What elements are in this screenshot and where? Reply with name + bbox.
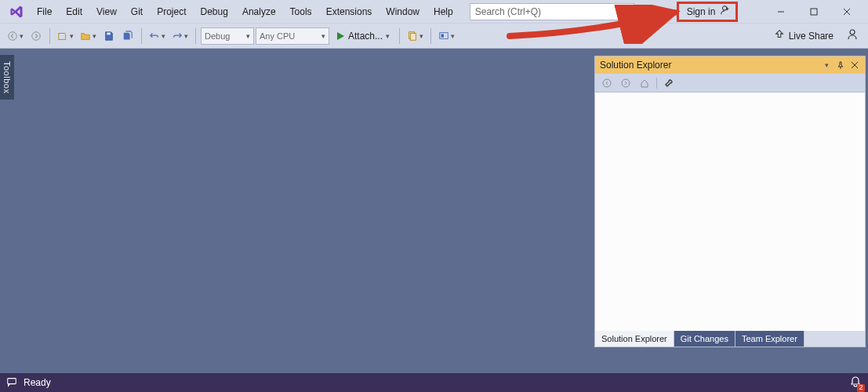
panel-title-label: Solution Explorer bbox=[600, 60, 671, 71]
toolbar-separator bbox=[195, 28, 196, 44]
platform-label: Any CPU bbox=[260, 31, 295, 41]
sign-in-label: Sign in bbox=[687, 6, 716, 17]
svg-point-0 bbox=[620, 7, 626, 13]
panel-tab-strip: Solution Explorer Git Changes Team Explo… bbox=[595, 331, 865, 347]
tab-team-explorer[interactable]: Team Explorer bbox=[735, 331, 804, 347]
menu-help[interactable]: Help bbox=[427, 0, 460, 23]
svg-point-7 bbox=[9, 31, 17, 40]
new-project-button[interactable]: ▾ bbox=[55, 27, 76, 45]
solution-config-dropdown[interactable]: Debug ▾ bbox=[201, 27, 254, 45]
toolbar-separator bbox=[49, 28, 50, 44]
svg-point-15 bbox=[850, 30, 855, 34]
live-share-button[interactable]: Live Share bbox=[769, 29, 838, 42]
search-placeholder: Search (Ctrl+Q) bbox=[475, 6, 541, 17]
svg-point-2 bbox=[723, 6, 727, 10]
status-ready-label: Ready bbox=[24, 377, 51, 388]
tab-git-changes[interactable]: Git Changes bbox=[674, 331, 735, 347]
svg-rect-20 bbox=[8, 378, 16, 383]
panel-options-icon[interactable]: ▾ bbox=[821, 60, 832, 71]
add-person-icon bbox=[720, 5, 731, 18]
editor-workspace: Toolbox Solution Explorer ▾ Solution Exp… bbox=[0, 49, 868, 373]
toolbar-separator bbox=[141, 28, 142, 44]
back-icon[interactable] bbox=[600, 76, 614, 90]
menu-analyze[interactable]: Analyze bbox=[235, 0, 283, 23]
find-in-files-button[interactable]: ▾ bbox=[405, 27, 426, 45]
visual-studio-logo-icon bbox=[8, 3, 25, 20]
tab-solution-explorer[interactable]: Solution Explorer bbox=[595, 331, 674, 347]
select-startup-item-button[interactable]: ▾ bbox=[436, 27, 457, 45]
feedback-icon[interactable] bbox=[6, 376, 17, 390]
svg-rect-9 bbox=[59, 33, 66, 39]
svg-point-19 bbox=[622, 79, 630, 87]
share-icon bbox=[774, 29, 785, 42]
notification-count-badge: 2 bbox=[857, 384, 865, 392]
menu-extensions[interactable]: Extensions bbox=[319, 0, 380, 23]
solution-platform-dropdown[interactable]: Any CPU ▾ bbox=[256, 27, 329, 45]
toolbar-separator bbox=[399, 28, 400, 44]
home-icon[interactable] bbox=[637, 76, 652, 90]
config-label: Debug bbox=[205, 31, 230, 41]
menu-debug[interactable]: Debug bbox=[194, 0, 235, 23]
maximize-button[interactable] bbox=[797, 1, 830, 23]
standard-toolbar: ▾ ▾ ▾ ▾ ▾ Debug ▾ Any CPU ▾ Attach... ▾ … bbox=[0, 24, 868, 49]
panel-close-icon[interactable] bbox=[849, 60, 860, 71]
window-controls bbox=[764, 1, 863, 23]
forward-icon[interactable] bbox=[619, 76, 633, 90]
svg-rect-4 bbox=[811, 9, 817, 15]
menu-project[interactable]: Project bbox=[150, 0, 193, 23]
solution-explorer-panel: Solution Explorer ▾ Solution Explorer Gi… bbox=[595, 56, 865, 347]
svg-rect-14 bbox=[441, 34, 445, 37]
minimize-button[interactable] bbox=[764, 1, 797, 23]
menu-tools[interactable]: Tools bbox=[283, 0, 319, 23]
save-all-button[interactable] bbox=[119, 27, 136, 45]
pin-icon[interactable] bbox=[835, 60, 846, 71]
notifications-button[interactable]: 2 bbox=[849, 376, 862, 390]
svg-line-1 bbox=[625, 12, 627, 14]
search-icon bbox=[619, 5, 629, 17]
nav-back-button[interactable]: ▾ bbox=[5, 27, 26, 45]
menu-git[interactable]: Git bbox=[124, 0, 150, 23]
svg-point-18 bbox=[603, 79, 611, 87]
properties-wrench-icon[interactable] bbox=[662, 76, 676, 90]
close-button[interactable] bbox=[830, 1, 863, 23]
open-file-button[interactable]: ▾ bbox=[78, 27, 99, 45]
menu-file[interactable]: File bbox=[30, 0, 59, 23]
start-debug-button[interactable]: Attach... ▾ bbox=[331, 27, 394, 45]
solution-explorer-toolbar bbox=[595, 74, 865, 93]
toolbar-separator bbox=[656, 78, 657, 89]
sign-in-button[interactable]: Sign in bbox=[677, 2, 739, 22]
undo-button[interactable]: ▾ bbox=[147, 27, 168, 45]
menu-edit[interactable]: Edit bbox=[59, 0, 89, 23]
menu-bar: File Edit View Git Project Debug Analyze… bbox=[0, 0, 868, 24]
status-bar: Ready 2 bbox=[0, 373, 868, 392]
solution-explorer-body bbox=[595, 93, 865, 331]
svg-rect-12 bbox=[410, 33, 416, 40]
menu-view[interactable]: View bbox=[89, 0, 124, 23]
menu-window[interactable]: Window bbox=[379, 0, 427, 23]
save-button[interactable] bbox=[100, 27, 118, 45]
redo-button[interactable]: ▾ bbox=[169, 27, 191, 45]
toolbar-separator bbox=[430, 28, 431, 44]
toolbox-tab[interactable]: Toolbox bbox=[0, 55, 14, 100]
svg-point-8 bbox=[32, 31, 41, 40]
live-share-label: Live Share bbox=[789, 31, 833, 42]
search-input[interactable]: Search (Ctrl+Q) bbox=[470, 3, 634, 20]
account-icon[interactable] bbox=[846, 28, 859, 43]
panel-titlebar[interactable]: Solution Explorer ▾ bbox=[595, 56, 865, 74]
attach-label: Attach... bbox=[348, 31, 383, 42]
nav-forward-button[interactable] bbox=[27, 27, 45, 45]
svg-rect-10 bbox=[107, 32, 110, 34]
